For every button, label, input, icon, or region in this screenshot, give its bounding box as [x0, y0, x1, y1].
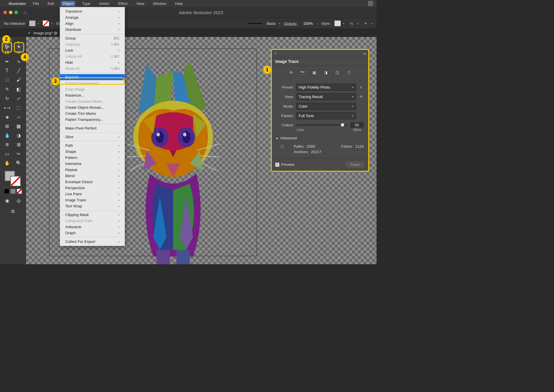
- menu-item[interactable]: Arrange›: [60, 14, 125, 20]
- menu-item[interactable]: Live Paint›: [60, 191, 125, 197]
- preset-bw-icon[interactable]: ◨: [323, 69, 329, 76]
- chevron-down-icon[interactable]: ▾: [38, 22, 39, 25]
- draw-behind-icon[interactable]: ◎: [14, 196, 24, 205]
- color-mode-solid[interactable]: [4, 189, 9, 194]
- menu-item[interactable]: Repeat›: [60, 167, 125, 173]
- menu-item[interactable]: Align›: [60, 20, 125, 27]
- menu-item[interactable]: Envelope Distort›: [60, 179, 125, 185]
- menu-item[interactable]: Make Pixel Perfect: [60, 125, 125, 131]
- home-icon[interactable]: ⌂: [24, 10, 27, 16]
- menu-object[interactable]: Object: [61, 1, 75, 6]
- shape-builder-tool[interactable]: ◈: [2, 112, 12, 121]
- preset-outline-icon[interactable]: ◫: [334, 69, 340, 76]
- menu-edit[interactable]: Edit: [46, 1, 56, 6]
- blend-tool[interactable]: ◑: [14, 131, 24, 140]
- opacity-label[interactable]: Opacity:: [284, 21, 297, 26]
- screen-mode-icon[interactable]: ⧉: [8, 207, 18, 216]
- chevron-right-icon[interactable]: ›: [317, 22, 318, 25]
- chevron-down-icon[interactable]: ▾: [51, 22, 53, 25]
- collapse-icon[interactable]: ◂◂: [363, 52, 366, 55]
- preset-photo-icon[interactable]: 📷: [300, 69, 306, 76]
- graph-tool[interactable]: 𝌆: [14, 140, 24, 149]
- chevron-down-icon[interactable]: ▾: [371, 22, 373, 25]
- free-transform-tool[interactable]: ⬚: [14, 103, 24, 112]
- menu-file[interactable]: File: [31, 1, 41, 6]
- menu-window[interactable]: Window: [151, 1, 168, 6]
- stroke-swatch[interactable]: [42, 20, 49, 27]
- menu-help[interactable]: Help: [173, 1, 184, 6]
- palette-select[interactable]: Full Tone▾: [296, 112, 356, 119]
- panel-tab[interactable]: Image Trace: [272, 57, 368, 66]
- menu-item[interactable]: Create Object Mosaic...: [60, 104, 125, 110]
- app-name[interactable]: Illustrator: [9, 1, 26, 6]
- menu-item[interactable]: Expand...: [60, 74, 125, 80]
- view-select[interactable]: Tracing Result▾: [296, 93, 356, 100]
- menu-item[interactable]: Blend›: [60, 173, 125, 179]
- preview-checkbox[interactable]: ✓ Preview: [275, 162, 294, 167]
- color-swatches[interactable]: [1, 171, 25, 187]
- maximize-window-icon[interactable]: [14, 11, 18, 14]
- mode-select[interactable]: Color▾: [296, 103, 356, 110]
- direct-selection-tool[interactable]: [14, 39, 24, 47]
- close-icon[interactable]: ✕: [274, 52, 277, 55]
- tab-label[interactable]: Image.png* @: [33, 31, 57, 35]
- symbol-sprayer-tool[interactable]: ✲: [2, 140, 12, 149]
- artboard-tool[interactable]: ▭: [2, 149, 12, 158]
- chevron-down-icon[interactable]: ▾: [279, 22, 280, 25]
- preset-lineart-icon[interactable]: ⬠: [346, 69, 352, 76]
- magic-wand-tool[interactable]: ✨: [2, 48, 12, 57]
- menu-item[interactable]: Create Trim Marks: [60, 110, 125, 117]
- colors-value[interactable]: 85: [350, 122, 364, 128]
- brush-basic[interactable]: Basic: [264, 21, 279, 26]
- menu-item[interactable]: Graph›: [60, 230, 125, 236]
- menu-effect[interactable]: Effect: [116, 1, 129, 6]
- menu-item[interactable]: Intertwine›: [60, 161, 125, 167]
- chevron-down-icon[interactable]: ▾: [343, 22, 344, 25]
- shaper-tool[interactable]: ✎: [2, 85, 12, 93]
- type-tool[interactable]: T: [2, 66, 12, 75]
- stroke-color[interactable]: [10, 176, 21, 186]
- paintbrush-tool[interactable]: 🖌: [14, 76, 24, 84]
- menu-item[interactable]: Group⌘G: [60, 35, 125, 41]
- menu-item[interactable]: Text Wrap›: [60, 203, 125, 209]
- mesh-tool[interactable]: ⊞: [2, 122, 12, 130]
- color-mode-gradient[interactable]: [10, 189, 16, 194]
- perspective-tool[interactable]: ▱: [14, 112, 24, 121]
- menu-item[interactable]: Distribute›: [60, 27, 125, 33]
- preset-menu-icon[interactable]: ≡: [358, 85, 364, 89]
- rectangle-tool[interactable]: □: [2, 76, 12, 84]
- preset-select[interactable]: High Fidelity Photo▾: [296, 84, 356, 91]
- chevron-down-icon[interactable]: ▾: [357, 22, 358, 25]
- menu-item[interactable]: Collect For Export›: [60, 239, 125, 245]
- colors-slider[interactable]: [297, 125, 347, 125]
- close-window-icon[interactable]: [3, 11, 7, 14]
- align-icon[interactable]: ⇆: [348, 20, 355, 27]
- width-tool[interactable]: ⟷: [2, 103, 12, 112]
- advanced-toggle[interactable]: ▸ Advanced: [276, 136, 364, 140]
- draw-mode-icon[interactable]: ◉: [2, 196, 12, 205]
- menu-item[interactable]: Lock›: [60, 47, 125, 53]
- menu-view[interactable]: View: [134, 1, 146, 6]
- gradient-tool[interactable]: ▦: [14, 122, 24, 130]
- menu-select[interactable]: Select: [97, 1, 111, 6]
- eye-icon[interactable]: 👁: [358, 95, 364, 99]
- line-tool[interactable]: ╱: [14, 66, 24, 75]
- opacity-value[interactable]: 100%: [301, 21, 315, 26]
- menu-item[interactable]: Slice›: [60, 134, 125, 140]
- pen-tool[interactable]: ✒: [2, 57, 12, 66]
- zoom-tool[interactable]: 🔍: [14, 159, 24, 167]
- tab-close-icon[interactable]: ✕: [28, 31, 31, 35]
- slice-tool[interactable]: ✂: [14, 149, 24, 158]
- menu-item[interactable]: Flatten Transparency...: [60, 117, 125, 123]
- preset-auto-icon[interactable]: ⟳: [288, 69, 294, 76]
- menu-item[interactable]: Clipping Mask›: [60, 212, 125, 218]
- menu-item[interactable]: Shape›: [60, 149, 125, 155]
- menu-item[interactable]: Hide›: [60, 59, 125, 65]
- preset-shades-icon[interactable]: ▦: [311, 69, 317, 76]
- graphic-style-swatch[interactable]: [334, 20, 341, 27]
- eraser-tool[interactable]: ◧: [14, 85, 24, 93]
- menu-item[interactable]: Perspective›: [60, 185, 125, 191]
- eyedropper-tool[interactable]: 💧: [2, 131, 12, 140]
- scale-tool[interactable]: ⤢: [14, 94, 24, 103]
- fill-swatch[interactable]: [29, 20, 36, 27]
